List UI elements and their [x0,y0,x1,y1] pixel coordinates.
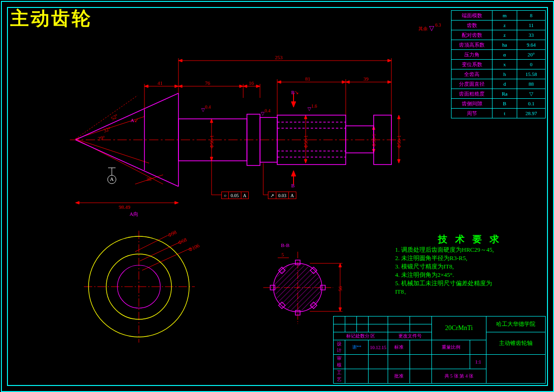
dim-41: 41 [157,80,163,86]
svg-line-63 [75,93,178,140]
view-a-label: A向 [130,211,138,218]
dim-bb-56: 56 [337,286,343,291]
datum-a: A [110,176,114,182]
dim-bb-5: 5 [281,252,284,257]
svg-marker-15 [144,85,148,88]
svg-marker-52 [339,308,342,311]
svg-marker-47 [291,102,296,107]
svg-marker-33 [304,115,307,119]
dim-98: 98.49 [119,204,130,210]
tech-req-block: 技 术 要 求 1. 调质处理后齿面硬度为HRC29～45,2. 未注明圆角半径… [395,233,544,296]
dim-16: 16 [249,80,254,86]
tech-title: 技 术 要 求 [395,233,544,246]
svg-marker-24 [388,81,391,83]
svg-marker-17 [178,85,182,88]
svg-point-90 [274,264,321,311]
tech-line: 2. 未注明圆角半径为R3-R5, [395,254,544,262]
svg-marker-20 [256,85,260,88]
svg-marker-27 [175,201,178,204]
svg-marker-39 [397,115,400,119]
svg-marker-19 [243,85,247,88]
svg-marker-3 [178,59,182,62]
tech-line: 5. 机械加工未注明尺寸偏差处精度为 [395,279,544,288]
dim-38: 38 [146,176,151,182]
svg-line-64 [75,140,178,186]
svg-line-57 [140,242,179,261]
section-b-top: B↘ [291,89,299,96]
svg-marker-4 [388,59,391,62]
svg-line-58 [142,248,191,270]
svg-marker-34 [304,159,307,163]
tech-line: 1. 调质处理后齿面硬度为HRC29～45, [395,246,544,254]
svg-marker-23 [346,81,349,83]
svg-marker-31 [210,157,213,161]
sec-bb-label: B-B [281,242,289,248]
gtol-runout: ↗0.03A [268,192,296,199]
datum-arrow-a: A↙ [130,117,138,124]
surf-2: ▽0.4 [261,111,271,116]
svg-marker-30 [210,119,213,123]
svg-rect-71 [346,126,374,153]
dim-81: 81 [305,76,310,82]
dim-253: 253 [275,55,283,60]
dim-d56: Φ56-1 [303,135,308,148]
title-block: 20CrMnTi 哈工大华德学院 标记处数分 区 更改文件号 主动锥齿轮轴 设计… [333,316,546,384]
gtol-roundness: ○0.05A [221,192,249,199]
dim-d30: Φ30-1 [371,134,376,147]
svg-marker-49 [291,171,296,176]
section-b-bot: B [291,183,294,188]
tech-line: 4. 未注明倒角为2×45°. [395,271,544,279]
tech-line: IT8。 [395,288,544,296]
svg-marker-40 [397,159,400,163]
tech-line: 3. 模锻尺寸精度为IT8, [395,262,544,271]
svg-line-44 [75,139,149,163]
svg-marker-51 [339,263,342,267]
dim-d56b: Φ56-1 [396,135,402,148]
dim-d50: Φ50-1 [209,135,214,148]
svg-marker-26 [75,201,79,204]
dim-39: 39 [363,76,369,82]
surf-3: ▽1.6 [308,106,317,111]
svg-marker-21 [277,81,281,83]
surf-1: ▽0.4 [201,107,211,112]
dim-76: 76 [205,80,210,86]
